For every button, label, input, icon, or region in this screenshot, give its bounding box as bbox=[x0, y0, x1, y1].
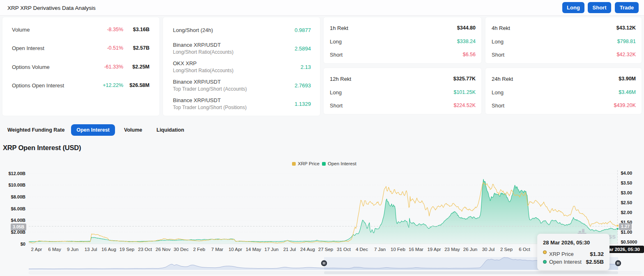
svg-text:7 Mar: 7 Mar bbox=[211, 247, 223, 252]
svg-text:19 Apr: 19 Apr bbox=[427, 247, 441, 252]
svg-text:$2.50: $2.50 bbox=[621, 200, 632, 205]
svg-text:30 Dec: 30 Dec bbox=[174, 247, 189, 252]
svg-text:31 Oct: 31 Oct bbox=[337, 247, 351, 252]
svg-text:$3.00: $3.00 bbox=[621, 190, 632, 195]
svg-text:6 May: 6 May bbox=[48, 247, 61, 252]
svg-text:14 May: 14 May bbox=[246, 247, 261, 252]
svg-text:2 Apr: 2 Apr bbox=[31, 247, 42, 252]
svg-text:$10.00B: $10.00B bbox=[8, 182, 25, 187]
svg-text:$8.00B: $8.00B bbox=[11, 194, 26, 199]
svg-text:19 Sep: 19 Sep bbox=[120, 247, 134, 252]
svg-text:27 Sep: 27 Sep bbox=[318, 247, 333, 252]
svg-text:16 Aug: 16 Aug bbox=[101, 247, 116, 252]
svg-text:26 Jun: 26 Jun bbox=[463, 247, 478, 252]
svg-text:26 Nov: 26 Nov bbox=[156, 247, 171, 252]
svg-text:$4.00: $4.00 bbox=[621, 171, 632, 176]
svg-text:17 Jun: 17 Jun bbox=[264, 247, 279, 252]
svg-text:13 Jul: 13 Jul bbox=[85, 247, 97, 252]
svg-text:23 Oct: 23 Oct bbox=[138, 247, 152, 252]
svg-text:6 Oct: 6 Oct bbox=[519, 247, 530, 252]
svg-text:$1.00: $1.00 bbox=[621, 230, 632, 235]
svg-text:$3.50: $3.50 bbox=[621, 180, 632, 185]
svg-text:$6.00B: $6.00B bbox=[11, 206, 26, 211]
svg-text:16 Mar: 16 Mar bbox=[409, 247, 423, 252]
svg-text:24 Aug: 24 Aug bbox=[300, 247, 315, 252]
svg-text:2 Sep: 2 Sep bbox=[500, 247, 513, 252]
svg-text:10 Feb: 10 Feb bbox=[391, 247, 405, 252]
svg-text:2 Feb: 2 Feb bbox=[193, 247, 205, 252]
svg-text:$2.00: $2.00 bbox=[621, 210, 632, 215]
svg-text:$4.00B: $4.00B bbox=[11, 218, 26, 223]
svg-text:23 May: 23 May bbox=[444, 247, 460, 252]
svg-text:4 Dec: 4 Dec bbox=[356, 247, 368, 252]
svg-text:$0.5000: $0.5000 bbox=[621, 240, 637, 244]
svg-text:$12.00B: $12.00B bbox=[8, 171, 25, 176]
svg-text:9 Jun: 9 Jun bbox=[67, 247, 78, 252]
svg-text:10 Apr: 10 Apr bbox=[228, 247, 242, 252]
svg-text:7 Jan: 7 Jan bbox=[374, 247, 386, 252]
svg-text:30 Jul: 30 Jul bbox=[482, 247, 495, 252]
svg-text:21 Jul: 21 Jul bbox=[283, 247, 296, 252]
svg-text:$0: $0 bbox=[21, 242, 25, 246]
